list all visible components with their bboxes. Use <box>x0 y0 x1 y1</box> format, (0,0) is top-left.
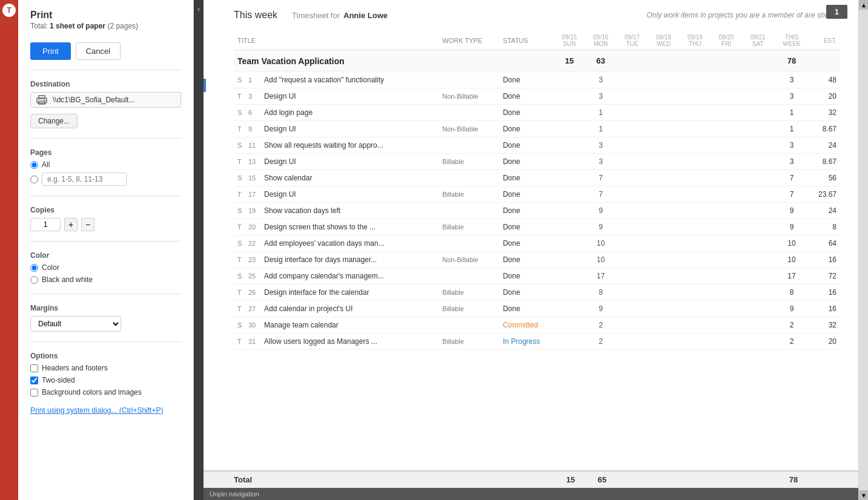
timesheet-for-label: Timesheet for <box>292 11 340 20</box>
bg-colors-option[interactable]: Background colors and images <box>30 388 181 396</box>
divider-2 <box>30 138 181 139</box>
total-this-week: 78 <box>775 475 812 484</box>
print-buttons: Print Cancel <box>30 42 181 60</box>
print-button[interactable]: Print <box>30 42 71 60</box>
svg-rect-1 <box>39 96 45 99</box>
divider-6 <box>30 341 181 342</box>
copies-increment-button[interactable]: + <box>64 218 78 231</box>
scrollbar[interactable]: ▲ ▼ <box>858 0 868 500</box>
blue-accent-bar <box>204 79 206 92</box>
table-row: S 11 Show all requests waiting for appro… <box>234 137 840 154</box>
nav-back-icon[interactable]: ‹ <box>197 5 200 13</box>
nav-strip: ‹ <box>194 0 204 500</box>
copies-label: Copies <box>30 206 181 214</box>
two-sided-option[interactable]: Two-sided <box>30 376 181 384</box>
timesheet-user: Annie Lowe <box>343 11 388 20</box>
printer-icon <box>36 95 48 105</box>
table-row: S 19 Show vacation days left Done 9 9 24 <box>234 203 840 219</box>
options-label: Options <box>30 352 181 360</box>
table-row: T 13 Design UI Billable Done 3 3 8.67 <box>234 154 840 170</box>
print-panel: Print Total: 1 sheet of paper (2 pages) … <box>18 0 194 500</box>
timesheet-table: TITLE WORK TYPE STATUS 09/15 SUN 09/16 M… <box>234 31 840 350</box>
system-dialog-link[interactable]: Print using system dialog... (Ctrl+Shift… <box>30 406 181 415</box>
margins-select[interactable]: Default <box>30 316 121 332</box>
table-row: T 27 Add calendar in project's UI Billab… <box>234 301 840 317</box>
col-sun: 09/15 SUN <box>554 31 585 50</box>
pages-custom-option[interactable] <box>30 173 181 186</box>
total-tue <box>618 475 649 484</box>
table-row: S 25 Add company calendar's managem... D… <box>234 268 840 285</box>
headers-footers-option[interactable]: Headers and footers <box>30 364 181 372</box>
color-option[interactable]: Color <box>30 263 181 272</box>
change-button[interactable]: Change... <box>30 114 78 128</box>
table-row: T 26 Design interface for the calendar B… <box>234 285 840 301</box>
divider-4 <box>30 241 181 242</box>
scroll-thumb[interactable] <box>859 10 868 490</box>
bw-option[interactable]: Black and white <box>30 275 181 284</box>
page-badge: 1 <box>826 5 847 19</box>
table-row: T 3 Design UI Non-Billable Done 3 3 20 <box>234 88 840 105</box>
pages-radio-group: All <box>30 160 181 186</box>
timesheet-header: This week Timesheet for Annie Lowe Only … <box>234 10 840 21</box>
total-status <box>500 475 555 484</box>
week-label[interactable]: This week <box>234 10 277 21</box>
table-row: T 17 Design UI Billable Done 7 7 23.67 <box>234 186 840 203</box>
pages-custom-input[interactable] <box>42 173 127 186</box>
col-this-week: THIS WEEK <box>774 31 810 50</box>
destination-value: \\dc1\BG_Sofia_Default... <box>53 96 134 104</box>
destination-label: Destination <box>30 80 181 88</box>
divider-5 <box>30 294 181 294</box>
copies-decrement-button[interactable]: − <box>81 218 94 231</box>
col-wed: 09/18 WED <box>648 31 680 50</box>
table-row: T 31 Allow users logged as Managers ... … <box>234 334 840 350</box>
print-title: Print <box>30 10 181 21</box>
table-row: T 20 Design screen that shows to the ...… <box>234 219 840 235</box>
member-note: Only work items in projects you are a me… <box>647 11 840 19</box>
total-sun: 15 <box>555 475 586 484</box>
copies-input[interactable] <box>30 218 61 231</box>
table-row: T 9 Design UI Non-Billable Done 1 1 8.67 <box>234 121 840 137</box>
scroll-up-button[interactable]: ▲ <box>859 0 868 10</box>
col-thu: 09/19 THU <box>679 31 711 50</box>
destination-row: Destination \\dc1\BG_Sofia_Default... Ch… <box>30 80 181 128</box>
total-mon: 65 <box>586 475 618 484</box>
col-status: STATUS <box>499 31 554 50</box>
table-row: S 30 Manage team calendar Committed 2 2 … <box>234 317 840 334</box>
total-sat <box>744 475 775 484</box>
col-title: TITLE <box>234 31 439 50</box>
col-worktype: WORK TYPE <box>439 31 499 50</box>
table-row: S 15 Show calendar Done 7 7 56 <box>234 170 840 186</box>
color-row: Color Color Black and white <box>30 251 181 284</box>
options-row: Options Headers and footers Two-sided Ba… <box>30 352 181 396</box>
svg-point-3 <box>44 100 45 101</box>
table-row: S 22 Add employees' vacation days man...… <box>234 235 840 252</box>
margins-row: Margins Default <box>30 304 181 332</box>
timesheet-scroll-area[interactable]: This week Timesheet for Annie Lowe Only … <box>204 0 858 470</box>
scroll-down-button[interactable]: ▼ <box>859 490 868 500</box>
divider-3 <box>30 196 181 196</box>
total-thu <box>681 475 712 484</box>
cancel-button[interactable]: Cancel <box>76 42 121 60</box>
table-row: T 23 Desig interface for days manager...… <box>234 252 840 268</box>
total-wed <box>649 475 681 484</box>
unpin-navigation[interactable]: Unpin navigation <box>204 488 858 500</box>
col-sat: 09/21 SAT <box>742 31 774 50</box>
col-fri: 09/20 FRI <box>711 31 742 50</box>
total-worktype <box>440 475 500 484</box>
group-title: Team Vacation Application <box>237 56 345 66</box>
total-bar: Total 15 65 78 <box>204 470 858 488</box>
app-logo: T <box>2 4 16 17</box>
destination-box: \\dc1\BG_Sofia_Default... <box>30 92 181 108</box>
col-mon: 09/16 MON <box>585 31 617 50</box>
pages-label: Pages <box>30 148 181 157</box>
margins-label: Margins <box>30 304 181 312</box>
total-fri <box>712 475 744 484</box>
copies-row: Copies + − <box>30 206 181 231</box>
table-header-row: TITLE WORK TYPE STATUS 09/15 SUN 09/16 M… <box>234 31 840 50</box>
total-label: Total <box>234 475 440 484</box>
col-tue: 09/17 TUE <box>617 31 648 50</box>
main-area: 1 This week Timesheet for Annie Lowe Onl… <box>204 0 858 500</box>
print-subtitle: Total: 1 sheet of paper (2 pages) <box>30 22 181 30</box>
pages-all-option[interactable]: All <box>30 160 181 169</box>
table-row: S 6 Add login page Done 1 1 32 <box>234 105 840 121</box>
